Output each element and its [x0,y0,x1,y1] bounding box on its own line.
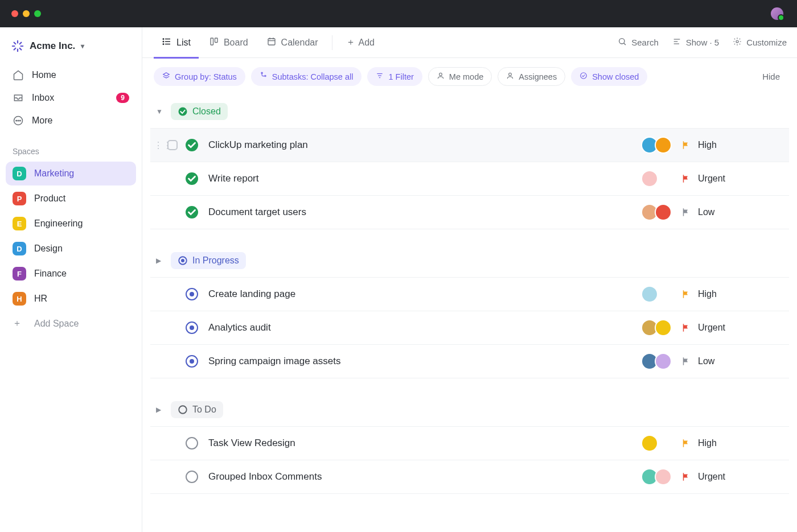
space-item[interactable]: HHR [6,287,136,311]
task-title: Spring campaign image assets [208,356,340,367]
view-tab-label: Add [359,38,375,48]
task-title: Grouped Inbox Comments [208,471,322,482]
assignee-avatar[interactable] [655,319,672,336]
workspace-switcher[interactable]: Acme Inc. ▾ [0,33,142,61]
status-label: Closed [192,106,221,117]
task-priority[interactable]: High [681,438,783,448]
task-row[interactable]: Document target users Low [150,196,789,229]
hide-label: Hide [762,72,780,81]
search-icon [618,37,627,48]
task-status-icon[interactable] [186,206,198,218]
view-tab-calendar[interactable]: Calendar [258,27,326,58]
task-assignees [641,137,681,154]
task-status-icon[interactable] [186,172,198,185]
flag-icon [681,472,691,482]
filter-pill[interactable]: 1 Filter [367,67,422,86]
assignee-avatar[interactable] [641,435,658,452]
task-row[interactable]: Analytics audit Urgent [150,311,789,345]
task-priority[interactable]: Low [681,207,783,217]
maximize-window-button[interactable] [34,10,41,17]
task-priority[interactable]: High [681,140,783,150]
space-item[interactable]: PProduct [6,187,136,211]
hide-filters-button[interactable]: Hide [757,68,786,85]
task-status-icon[interactable] [186,288,198,300]
task-priority[interactable]: Urgent [681,323,783,333]
minimize-window-button[interactable] [23,10,30,17]
task-priority[interactable]: Urgent [681,174,783,184]
customize-button[interactable]: Customize [727,34,792,51]
show-closed-pill[interactable]: Show closed [571,67,647,86]
group-header[interactable]: ▶ To Do [150,397,789,423]
assignees-pill[interactable]: Assignees [498,67,565,86]
task-row[interactable]: ⋮⋮ ClickUp marketing plan High [150,128,789,162]
status-pill[interactable]: To Do [171,401,223,418]
nav-more[interactable]: More [6,109,136,132]
assignee-avatar[interactable] [655,204,672,221]
task-row[interactable]: Grouped Inbox Comments Urgent [150,460,789,494]
task-priority[interactable]: Low [681,356,783,366]
group-caret-icon[interactable]: ▶ [156,257,164,265]
task-row[interactable]: Write report Urgent [150,162,789,196]
svg-rect-19 [215,38,217,43]
group-header[interactable]: ▼ Closed [150,98,789,125]
nav-inbox[interactable]: Inbox 9 [6,86,136,109]
status-pill[interactable]: Closed [171,103,228,120]
view-tab-add[interactable]: ＋ Add [338,27,383,58]
group-header[interactable]: ▶ In Progress [150,248,789,274]
task-assignees [641,353,681,370]
task-row[interactable]: Task View Redesign High [150,426,789,460]
space-label: Marketing [34,168,74,179]
group-by-pill[interactable]: Group by: Status [154,67,245,86]
show-label: Show · 5 [686,38,719,47]
show-columns-button[interactable]: Show · 5 [667,34,725,51]
subtasks-pill[interactable]: Subtasks: Collapse all [251,67,362,86]
assignee-avatar[interactable] [641,170,658,187]
add-space-button[interactable]: ＋ Add Space [6,312,136,335]
space-item[interactable]: DDesign [6,237,136,261]
group-caret-icon[interactable]: ▼ [156,108,164,116]
task-status-icon[interactable] [186,321,198,334]
view-tab-label: List [176,38,191,48]
subtasks-icon [260,72,268,81]
task-row[interactable]: Spring campaign image assets Low [150,345,789,378]
inbox-icon [13,92,24,104]
status-pill[interactable]: In Progress [171,252,246,269]
plus-icon: ＋ [346,36,354,48]
task-status-icon[interactable] [186,471,198,483]
space-item[interactable]: DMarketing [6,162,136,185]
task-status-icon[interactable] [186,355,198,368]
nav-label: More [32,116,52,126]
assignee-avatar[interactable] [655,353,672,370]
svg-point-42 [179,406,187,414]
space-item[interactable]: EEngineering [6,212,136,236]
view-tab-board[interactable]: Board [201,27,256,58]
svg-line-5 [20,48,22,50]
search-button[interactable]: Search [612,34,664,51]
priority-label: Urgent [698,323,725,333]
assignee-avatar[interactable] [641,286,658,303]
pill-label: Subtasks: Collapse all [272,72,354,81]
pill-label: Me mode [449,72,483,81]
task-status-icon[interactable] [186,437,198,449]
task-row[interactable]: Create landing page High [150,277,789,311]
view-tab-list[interactable]: List [154,27,199,58]
space-item[interactable]: FFinance [6,262,136,286]
nav-label: Home [32,70,56,80]
task-priority[interactable]: High [681,289,783,299]
assignee-avatar[interactable] [655,468,672,485]
task-checkbox[interactable] [167,140,178,150]
assignee-avatar[interactable] [655,137,672,154]
filter-bar: Group by: Status Subtasks: Collapse all … [142,58,797,96]
group-caret-icon[interactable]: ▶ [156,406,164,414]
priority-label: Urgent [698,174,725,184]
account-avatar[interactable] [771,7,783,20]
flag-icon [681,323,691,333]
nav-home[interactable]: Home [6,64,136,86]
chevron-down-icon: ▾ [81,42,84,50]
task-priority[interactable]: Urgent [681,472,783,482]
close-window-button[interactable] [11,10,18,17]
space-label: Engineering [34,218,83,229]
me-mode-pill[interactable]: Me mode [428,67,492,86]
task-status-icon[interactable] [186,139,198,151]
view-tab-label: Calendar [281,38,318,48]
